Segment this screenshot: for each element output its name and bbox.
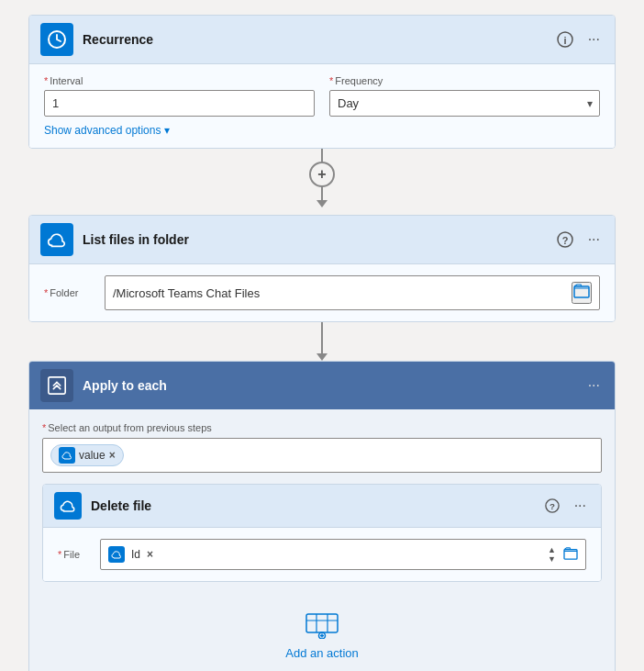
- add-action-label: Add an action: [285, 646, 359, 660]
- value-tag-icon: [59, 447, 75, 464]
- apply-each-more-button[interactable]: ···: [584, 375, 604, 396]
- folder-field: /Microsoft Teams Chat Files: [105, 275, 600, 310]
- value-tag-remove[interactable]: ×: [109, 449, 116, 462]
- folder-picker-button[interactable]: [572, 282, 592, 304]
- apply-each-title: Apply to each: [83, 378, 584, 393]
- add-action-area: Add an action: [42, 582, 602, 671]
- file-picker-button[interactable]: [563, 547, 578, 563]
- file-id-tag-remove[interactable]: ×: [147, 548, 153, 561]
- delete-file-title: Delete file: [91, 498, 541, 513]
- recurrence-more-button[interactable]: ···: [584, 29, 604, 50]
- arrowhead-1: [316, 200, 328, 207]
- frequency-required: *: [329, 75, 333, 86]
- connector-line-2: [321, 322, 323, 353]
- frequency-group: *Frequency Minute Hour Day Week Month ▾: [329, 75, 600, 117]
- output-select-group: *Select an output from previous steps va…: [42, 420, 602, 473]
- svg-text:?: ?: [561, 235, 568, 246]
- value-tag-text: value: [79, 449, 105, 462]
- arrow-up-icon: ▲: [548, 546, 556, 554]
- recurrence-form-row: *Interval *Frequency Minute Hour Day Wee…: [44, 75, 600, 117]
- delete-file-icon: [54, 492, 82, 520]
- add-action-button[interactable]: Add an action: [271, 604, 373, 667]
- recurrence-header: Recurrence i ···: [29, 16, 615, 64]
- recurrence-icon: [40, 23, 73, 56]
- file-group: *File Id × ▲ ▼: [58, 539, 586, 570]
- svg-text:i: i: [563, 35, 566, 46]
- file-required: *: [58, 549, 61, 560]
- list-files-title: List files in folder: [83, 232, 553, 247]
- folder-required: *: [44, 287, 48, 298]
- apply-each-card: Apply to each ··· *Select an output from…: [28, 361, 616, 671]
- arrow-down-icon: ▼: [548, 555, 556, 564]
- list-files-more-button[interactable]: ···: [584, 229, 604, 250]
- arrowhead-2: [316, 353, 328, 361]
- file-label: *File: [58, 549, 85, 560]
- svg-rect-10: [306, 614, 338, 632]
- delete-file-help-button[interactable]: ?: [541, 497, 563, 515]
- list-files-card: List files in folder ? ··· *Folder /Micr…: [28, 215, 616, 322]
- recurrence-more-icon: ···: [588, 31, 600, 48]
- apply-each-body: *Select an output from previous steps va…: [29, 409, 615, 671]
- apply-each-header-actions: ···: [584, 375, 604, 396]
- flow-container: Recurrence i ··· *Interval: [15, 15, 629, 671]
- list-files-more-icon: ···: [588, 231, 600, 248]
- recurrence-title: Recurrence: [83, 32, 553, 47]
- add-action-icon: [304, 611, 340, 641]
- recurrence-header-actions: i ···: [553, 29, 604, 50]
- delete-file-header-actions: ? ···: [541, 496, 590, 516]
- file-id-tag-text: Id: [131, 548, 140, 561]
- output-select-label: *Select an output from previous steps: [42, 422, 212, 433]
- file-field[interactable]: Id × ▲ ▼: [100, 539, 586, 570]
- delete-file-card: Delete file ? ··· *File: [42, 484, 602, 582]
- arrow-1: [316, 200, 328, 215]
- show-advanced-button[interactable]: Show advanced options ▾: [44, 124, 170, 137]
- add-between-button-1[interactable]: +: [309, 162, 335, 187]
- folder-group: *Folder /Microsoft Teams Chat Files: [44, 275, 600, 310]
- svg-text:?: ?: [550, 501, 555, 511]
- frequency-select-wrapper: Minute Hour Day Week Month ▾: [329, 90, 600, 117]
- apply-each-icon: [40, 369, 73, 402]
- delete-file-body: *File Id × ▲ ▼: [43, 528, 601, 581]
- interval-group: *Interval: [44, 75, 315, 117]
- show-advanced-label: Show advanced options: [44, 124, 161, 137]
- delete-file-header: Delete file ? ···: [43, 485, 601, 528]
- frequency-select[interactable]: Minute Hour Day Week Month: [329, 90, 600, 117]
- folder-value: /Microsoft Teams Chat Files: [113, 286, 568, 300]
- folder-label: *Folder: [44, 287, 90, 298]
- recurrence-card: Recurrence i ··· *Interval: [28, 15, 616, 149]
- list-files-help-button[interactable]: ?: [553, 229, 577, 250]
- recurrence-info-button[interactable]: i: [553, 29, 577, 50]
- apply-each-header: Apply to each ···: [29, 362, 615, 409]
- file-field-arrows: ▲ ▼: [548, 546, 556, 564]
- connector-bottom-line: [321, 185, 323, 200]
- output-required: *: [42, 422, 46, 433]
- list-files-icon: [40, 223, 73, 256]
- delete-file-more-icon: ···: [574, 498, 586, 514]
- interval-label: *Interval: [44, 75, 315, 86]
- interval-input[interactable]: [44, 90, 315, 117]
- apply-each-more-icon: ···: [588, 377, 600, 394]
- output-select-area[interactable]: value ×: [42, 438, 602, 473]
- list-files-header: List files in folder ? ···: [29, 216, 615, 264]
- plus-icon: +: [317, 166, 326, 183]
- file-id-tag-icon: [108, 546, 125, 563]
- interval-required: *: [44, 75, 48, 86]
- recurrence-body: *Interval *Frequency Minute Hour Day Wee…: [29, 64, 615, 148]
- delete-file-more-button[interactable]: ···: [571, 496, 590, 516]
- show-advanced-chevron-icon: ▾: [164, 124, 170, 137]
- arrow-connector-2: [316, 322, 328, 361]
- list-files-body: *Folder /Microsoft Teams Chat Files: [29, 264, 615, 321]
- list-files-header-actions: ? ···: [553, 229, 604, 250]
- frequency-label: *Frequency: [329, 75, 600, 86]
- connector-plus-1: +: [321, 149, 323, 200]
- value-tag: value ×: [50, 444, 124, 466]
